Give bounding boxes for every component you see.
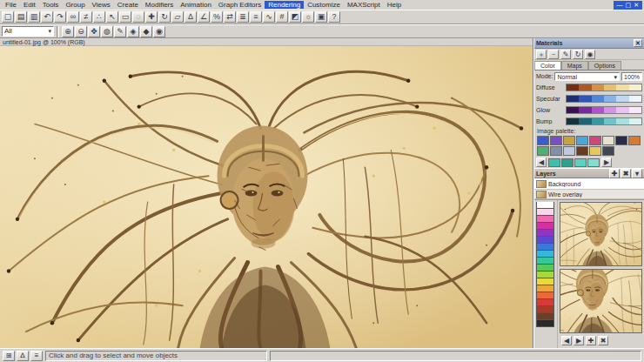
curve-editor-icon[interactable]: ∿ <box>263 11 275 23</box>
color-swatch[interactable] <box>536 306 554 313</box>
thumb-next-icon[interactable]: ▶ <box>574 336 584 345</box>
render-frame-icon[interactable]: ▣ <box>315 11 327 23</box>
orbit-icon[interactable]: ◍ <box>101 26 113 37</box>
color-swatch[interactable] <box>536 258 554 265</box>
thumb-remove-icon[interactable]: ✖ <box>598 336 608 345</box>
pan-icon[interactable]: ✥ <box>88 26 100 37</box>
material-editor-icon[interactable]: ◩ <box>289 11 301 23</box>
menu-item[interactable]: Customize <box>304 1 344 9</box>
schematic-view-icon[interactable]: # <box>276 11 288 23</box>
blend-mode-dropdown[interactable]: Normal ▾ <box>554 72 620 81</box>
panel-close-icon[interactable]: ✕ <box>634 39 642 47</box>
color-swatch[interactable] <box>536 202 554 209</box>
gradient-cell[interactable] <box>604 84 616 90</box>
menu-item[interactable]: Create <box>114 1 142 9</box>
maximize-icon[interactable]: ▢ <box>626 2 632 9</box>
delete-layer-icon[interactable]: ✖ <box>621 169 631 178</box>
gradient-cell[interactable] <box>629 96 641 102</box>
palette-swatch[interactable] <box>537 136 549 145</box>
color-swatch[interactable] <box>536 251 554 258</box>
gradient-cell[interactable] <box>579 118 591 124</box>
select-lasso-icon[interactable]: ◌ <box>132 11 144 23</box>
color-swatch[interactable] <box>536 223 554 230</box>
zoom-in-icon[interactable]: ⊕ <box>62 26 74 37</box>
palette-swatch[interactable] <box>589 136 601 145</box>
minimize-icon[interactable]: — <box>617 2 623 8</box>
thumb-prev-icon[interactable]: ◀ <box>561 336 572 345</box>
palette-swatch[interactable] <box>628 136 641 145</box>
gradient-cell[interactable] <box>567 118 579 124</box>
palette-swatch[interactable] <box>550 136 562 145</box>
thumb-add-icon[interactable]: ✚ <box>586 336 596 345</box>
select-icon[interactable]: ↖ <box>106 11 118 23</box>
color-swatch[interactable] <box>536 285 554 292</box>
percent-snap-icon[interactable]: % <box>211 11 223 23</box>
refresh-icon[interactable]: ↻ <box>573 50 583 59</box>
scale-icon[interactable]: ▱ <box>171 11 184 23</box>
snap-toggle-icon[interactable]: ∆ <box>17 351 29 361</box>
menu-item[interactable]: Edit <box>20 1 39 9</box>
menu-item[interactable]: Animation <box>177 1 215 9</box>
gradient-cell[interactable] <box>592 84 604 90</box>
color-swatch[interactable] <box>536 320 554 327</box>
preview-thumbnail-top[interactable] <box>560 202 642 266</box>
gradient-cell[interactable] <box>567 96 579 102</box>
color-swatch[interactable] <box>536 292 554 299</box>
gradient-cell[interactable] <box>567 84 579 90</box>
palette-swatch[interactable] <box>602 136 614 145</box>
align-icon[interactable]: ≣ <box>237 11 249 23</box>
gradient-cell[interactable] <box>567 107 579 113</box>
menu-item[interactable]: Help <box>384 1 405 9</box>
gradient-cell[interactable] <box>616 118 628 124</box>
gradient-cell[interactable] <box>616 107 628 113</box>
fill-icon[interactable]: ◆ <box>140 26 152 37</box>
gradient-cell[interactable] <box>629 84 641 90</box>
redo-icon[interactable]: ↷ <box>54 11 66 23</box>
palette-swatch[interactable] <box>615 136 627 145</box>
palette-swatch[interactable] <box>589 146 601 156</box>
palette-swatch[interactable] <box>602 146 614 156</box>
rotate-icon[interactable]: ↻ <box>158 11 171 23</box>
open-file-icon[interactable]: ▤ <box>15 11 27 23</box>
render-setup-icon[interactable]: ☼ <box>302 11 314 23</box>
select-rect-icon[interactable]: ▭ <box>119 11 131 23</box>
tab-color[interactable]: Color <box>534 61 561 70</box>
color-swatch[interactable] <box>536 299 554 306</box>
palette-swatch[interactable] <box>576 146 588 156</box>
delete-material-icon[interactable]: － <box>548 50 559 59</box>
palette-swatch[interactable] <box>537 146 549 156</box>
artwork-canvas[interactable] <box>0 46 533 348</box>
color-swatch[interactable] <box>536 209 554 216</box>
color-swatch[interactable] <box>536 244 554 251</box>
palette-swatch[interactable] <box>576 136 588 145</box>
selection-filter-dropdown[interactable]: All ▾ <box>2 26 54 37</box>
gradient-cell[interactable] <box>604 96 616 102</box>
gradient-cell[interactable] <box>629 118 641 124</box>
tab-maps[interactable]: Maps <box>561 61 588 70</box>
gradient-cell[interactable] <box>592 107 604 113</box>
angle-snap-icon[interactable]: ∠ <box>198 11 210 23</box>
layer-manager-icon[interactable]: ≡ <box>250 11 262 23</box>
color-swatch[interactable] <box>536 278 554 285</box>
color-swatch[interactable] <box>536 272 554 278</box>
bind-icon[interactable]: ∴ <box>93 11 105 23</box>
move-icon[interactable]: ✚ <box>145 11 158 23</box>
gradient-cell[interactable] <box>604 118 616 124</box>
menu-item[interactable]: Modifiers <box>142 1 177 9</box>
menu-item[interactable]: Rendering <box>265 1 304 9</box>
unlink-icon[interactable]: ≠ <box>80 11 92 23</box>
gradient-cell[interactable] <box>616 84 628 90</box>
mirror-icon[interactable]: ⇄ <box>224 11 236 23</box>
channel-swatch[interactable] <box>561 158 574 167</box>
prev-channel-icon[interactable]: ◀ <box>536 158 547 167</box>
gradient-cell[interactable] <box>616 96 628 102</box>
color-picker-icon[interactable]: ◉ <box>153 26 165 37</box>
menu-item[interactable]: MAXScript <box>344 1 384 9</box>
edit-material-icon[interactable]: ✎ <box>560 50 571 59</box>
gradient-cell[interactable] <box>579 96 591 102</box>
gradient-cell[interactable] <box>579 107 591 113</box>
save-file-icon[interactable]: ▥ <box>28 11 40 23</box>
gradient-cell[interactable] <box>579 84 591 90</box>
gradient-cell[interactable] <box>592 118 604 124</box>
menu-item[interactable]: Tools <box>39 1 63 9</box>
